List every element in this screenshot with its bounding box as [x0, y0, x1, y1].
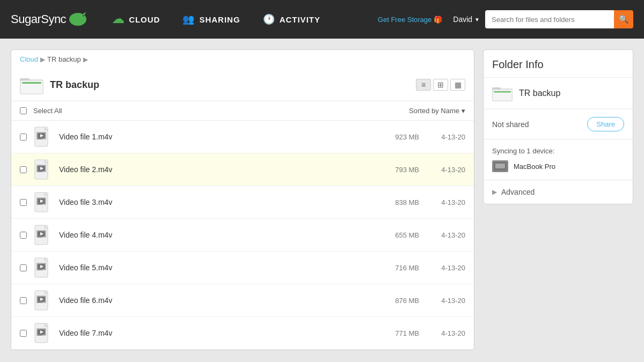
file-checkbox[interactable] — [20, 264, 27, 271]
search-icon: 🔍 — [619, 14, 629, 24]
svg-rect-61 — [498, 169, 502, 171]
grid-view-button[interactable]: ⊞ — [433, 79, 448, 91]
user-name: David — [453, 15, 472, 24]
advanced-expand-icon: ▶ — [492, 188, 497, 196]
syncing-row: Syncing to 1 device: MacBook Pro — [484, 139, 633, 180]
folder-info-name-row: TR backup — [484, 78, 633, 109]
nav-cloud[interactable]: ☁ CLOUD — [104, 8, 169, 31]
nav-sharing-label: SHARING — [199, 15, 240, 24]
device-icon — [492, 160, 508, 172]
file-name: Video file 5.m4v — [59, 263, 376, 272]
header-right: Get Free Storage 🎁 David ▼ — [378, 15, 480, 24]
file-date: 4-13-20 — [428, 264, 465, 272]
nav-items: ☁ CLOUD 👥 SHARING 🕐 ACTIVITY — [104, 8, 378, 31]
logo-text: SugarSync — [11, 12, 66, 26]
folder-info-folder-name: TR backup — [519, 88, 560, 98]
not-shared-text: Not shared — [492, 120, 587, 129]
breadcrumb-arrow-2: ▶ — [83, 56, 88, 63]
device-row: MacBook Pro — [492, 160, 624, 172]
sharing-row: Not shared Share — [484, 109, 633, 139]
svg-rect-5 — [22, 82, 41, 84]
get-free-storage-text: Get Free Storage — [378, 16, 431, 24]
file-checkbox[interactable] — [20, 166, 27, 173]
share-button[interactable]: Share — [587, 117, 624, 131]
sharing-icon: 👥 — [182, 13, 195, 25]
file-name: Video file 3.m4v — [59, 198, 376, 206]
nav-cloud-label: CLOUD — [129, 15, 160, 24]
breadcrumb-current: TR backup — [47, 55, 81, 63]
get-free-storage-link[interactable]: Get Free Storage 🎁 — [378, 16, 442, 24]
file-icon — [33, 159, 53, 180]
file-row[interactable]: Video file 4.m4v 655 MB 4-13-20 — [11, 219, 474, 252]
folder-info-title: Folder Info — [484, 50, 633, 78]
file-icon — [33, 290, 53, 311]
file-size: 923 MB — [376, 133, 419, 141]
file-name: Video file 4.m4v — [59, 231, 376, 239]
activity-icon: 🕐 — [263, 13, 275, 25]
sort-chevron-icon: ▾ — [462, 107, 465, 115]
device-name: MacBook Pro — [514, 162, 555, 171]
file-date: 4-13-20 — [428, 231, 465, 239]
file-name: Video file 7.m4v — [59, 329, 376, 337]
file-icon — [33, 191, 53, 213]
file-date: 4-13-20 — [428, 198, 465, 206]
file-name: Video file 1.m4v — [59, 132, 376, 141]
breadcrumb-cloud-link[interactable]: Cloud — [20, 55, 38, 63]
list-view-button[interactable]: ≡ — [416, 79, 431, 91]
folder-info-icon — [492, 85, 513, 101]
gift-icon: 🎁 — [434, 16, 442, 24]
file-size: 876 MB — [376, 297, 419, 305]
syncing-title: Syncing to 1 device: — [492, 147, 624, 155]
file-row[interactable]: Video file 2.m4v 793 MB 4-13-20 — [11, 153, 474, 186]
file-checkbox[interactable] — [20, 330, 27, 337]
file-row[interactable]: Video file 3.m4v 838 MB 4-13-20 — [11, 186, 474, 219]
folder-name: TR backup — [50, 79, 416, 91]
folder-info-panel: Folder Info TR backup Not shared Share — [483, 49, 633, 350]
file-row[interactable]: Video file 1.m4v 923 MB 4-13-20 — [11, 121, 474, 153]
user-menu[interactable]: David ▼ — [453, 15, 480, 24]
main-content: Cloud ▶ TR backup ▶ TR backup ≡ ⊞ ▦ — [0, 39, 644, 361]
nav-activity[interactable]: 🕐 ACTIVITY — [254, 9, 329, 29]
file-checkbox[interactable] — [20, 232, 27, 239]
file-browser: Cloud ▶ TR backup ▶ TR backup ≡ ⊞ ▦ — [11, 49, 474, 350]
search-input[interactable] — [485, 10, 614, 28]
svg-rect-60 — [495, 164, 505, 168]
file-checkbox[interactable] — [20, 297, 27, 304]
search-button[interactable]: 🔍 — [614, 10, 633, 28]
folder-svg — [20, 75, 43, 94]
file-icon — [33, 257, 53, 278]
detail-view-button[interactable]: ▦ — [450, 79, 465, 91]
file-checkbox[interactable] — [20, 134, 27, 141]
sort-label[interactable]: Sorted by Name ▾ — [409, 107, 465, 115]
file-checkbox[interactable] — [20, 199, 27, 206]
logo-area: SugarSync — [11, 11, 87, 27]
file-list: Video file 1.m4v 923 MB 4-13-20 Video fi… — [11, 121, 474, 350]
file-row[interactable]: Video file 5.m4v 716 MB 4-13-20 — [11, 252, 474, 284]
file-date: 4-13-20 — [428, 133, 465, 141]
select-all-checkbox[interactable] — [20, 107, 27, 114]
advanced-row[interactable]: ▶ Advanced — [484, 180, 633, 204]
header: SugarSync ☁ CLOUD 👥 SHARING 🕐 ACTIVITY G… — [0, 0, 644, 39]
folder-info-card: Folder Info TR backup Not shared Share — [483, 49, 633, 204]
file-size: 838 MB — [376, 198, 419, 206]
list-header: Select All Sorted by Name ▾ — [11, 101, 474, 121]
file-row[interactable]: Video file 7.m4v 771 MB 4-13-20 — [11, 317, 474, 350]
file-date: 4-13-20 — [428, 329, 465, 337]
chevron-down-icon: ▼ — [474, 17, 480, 23]
cloud-icon: ☁ — [112, 12, 125, 26]
file-icon — [33, 126, 53, 147]
advanced-label: Advanced — [501, 188, 535, 196]
search-area: 🔍 — [485, 10, 633, 28]
file-icon — [33, 224, 53, 246]
file-date: 4-13-20 — [428, 166, 465, 174]
file-size: 655 MB — [376, 231, 419, 239]
file-size: 716 MB — [376, 264, 419, 272]
file-row[interactable]: Video file 6.m4v 876 MB 4-13-20 — [11, 284, 474, 317]
file-size: 771 MB — [376, 329, 419, 337]
file-name: Video file 2.m4v — [59, 165, 376, 174]
file-size: 793 MB — [376, 166, 419, 174]
folder-header: TR backup ≡ ⊞ ▦ — [11, 69, 474, 101]
nav-sharing[interactable]: 👥 SHARING — [174, 9, 248, 29]
select-all-label: Select All — [33, 107, 409, 115]
file-icon — [33, 322, 53, 344]
